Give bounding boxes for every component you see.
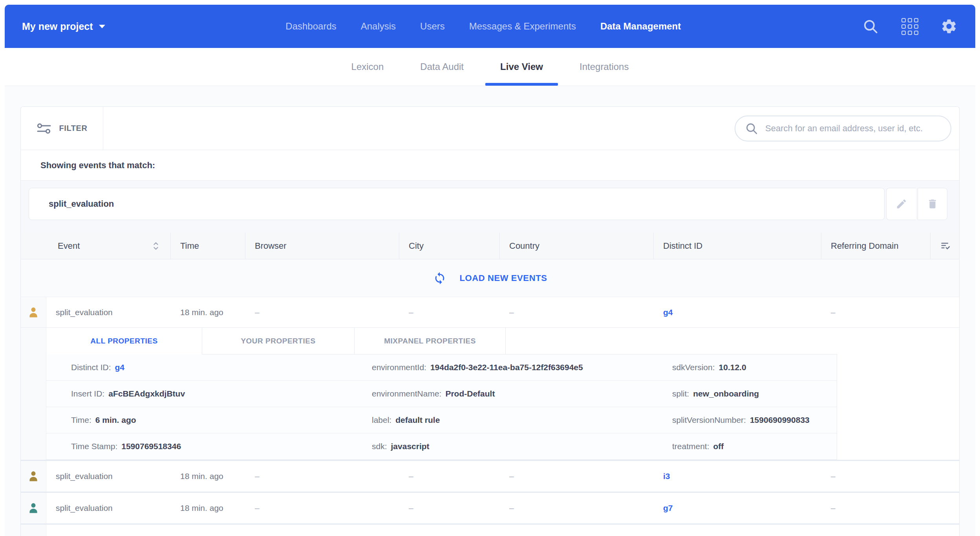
event-city-cell: –: [399, 493, 500, 523]
event-city-cell: –: [399, 297, 500, 327]
event-row[interactable]: split_evaluation 18 min. ago – – – i3 –: [21, 461, 959, 492]
event-avatar-cell: [21, 297, 46, 327]
event-browser-cell: –: [245, 493, 399, 523]
chevron-down-icon: [99, 25, 105, 28]
event-time-cell: 18 min. ago: [171, 493, 245, 523]
distinct-id-link[interactable]: i3: [663, 472, 670, 481]
event-name-cell: split_evaluation: [46, 461, 171, 492]
column-header-city[interactable]: City: [399, 233, 500, 259]
property-key: Time Stamp:: [71, 442, 117, 451]
event-distinct-id-cell: g7: [654, 493, 821, 523]
nav-item-users[interactable]: Users: [420, 21, 445, 32]
distinct-id-link[interactable]: g7: [663, 503, 673, 513]
property-key: Distinct ID:: [71, 363, 111, 372]
property-key: treatment:: [672, 442, 709, 451]
tab-data-audit[interactable]: Data Audit: [419, 48, 465, 86]
edit-filter-button[interactable]: [886, 188, 916, 220]
properties-table: Distinct ID:g4 environmentId:194da2f0-3e…: [46, 354, 837, 460]
property-key: environmentId:: [372, 363, 426, 372]
property-value: aFcBEAdgxkdjBtuv: [108, 389, 185, 398]
event-country-cell: –: [500, 493, 654, 523]
event-referring-domain-cell: –: [821, 493, 931, 523]
property-key: splitVersionNumber:: [672, 415, 746, 425]
property-key: Insert ID:: [71, 389, 104, 398]
nav-item-data-management[interactable]: Data Management: [600, 21, 681, 32]
top-nav: My new project Dashboards Analysis Users…: [5, 5, 975, 48]
property-value: off: [713, 442, 724, 451]
project-switcher[interactable]: My new project: [22, 21, 105, 32]
tab-mixpanel-properties[interactable]: MIXPANEL PROPERTIES: [355, 328, 506, 354]
gear-icon[interactable]: [940, 17, 958, 35]
column-header-country[interactable]: Country: [500, 233, 654, 259]
column-header-browser[interactable]: Browser: [245, 233, 399, 259]
person-icon: [26, 501, 40, 515]
event-row[interactable]: split_evaluation 18 min. ago – – – g7 –: [21, 493, 959, 523]
event-avatar-cell: [21, 493, 46, 523]
property-key: split:: [672, 389, 689, 398]
property-value: Prod-Default: [445, 389, 495, 398]
property-value: 1590690990833: [750, 415, 810, 425]
tab-lexicon[interactable]: Lexicon: [350, 48, 386, 86]
column-header-time[interactable]: Time: [171, 233, 245, 259]
property-row: Time Stamp:1590769518346 sdk:javascript …: [46, 433, 837, 460]
trash-icon: [927, 198, 938, 210]
event-filter-value: split_evaluation: [49, 199, 114, 209]
property-row: Time:6 min. ago label:default rule split…: [46, 407, 837, 433]
column-header-event[interactable]: Event: [21, 233, 171, 259]
nav-item-dashboards[interactable]: Dashboards: [285, 21, 336, 32]
apps-grid-icon[interactable]: [901, 17, 919, 35]
event-avatar-cell: [21, 461, 46, 492]
showing-events-heading: Showing events that match:: [21, 150, 959, 181]
search-icon: [745, 122, 758, 135]
nav-icons: [861, 17, 958, 35]
event-country-cell: –: [500, 461, 654, 492]
search-input[interactable]: [765, 123, 941, 134]
properties-tabs-filler: [506, 328, 837, 354]
event-browser-cell: –: [245, 461, 399, 492]
event-name-cell: split_evaluation: [46, 297, 171, 327]
app-frame: My new project Dashboards Analysis Users…: [5, 5, 975, 536]
project-name: My new project: [22, 21, 93, 32]
section-tabs: Lexicon Data Audit Live View Integration…: [5, 48, 975, 86]
event-filter-section: split_evaluation: [21, 181, 959, 233]
column-header-referring-domain[interactable]: Referring Domain: [821, 233, 931, 259]
event-time-cell: 18 min. ago: [171, 297, 245, 327]
person-icon: [26, 469, 40, 483]
event-referring-domain-cell: –: [821, 461, 931, 492]
event-filter-chip[interactable]: split_evaluation: [29, 188, 885, 220]
distinct-id-link[interactable]: g4: [663, 308, 673, 317]
live-view-card: FILTER Showing events that match: split_…: [20, 106, 960, 536]
edit-columns-button[interactable]: [931, 233, 960, 259]
properties-gutter: [21, 328, 46, 460]
search-icon[interactable]: [861, 17, 879, 35]
person-icon: [26, 305, 40, 319]
tab-your-properties[interactable]: YOUR PROPERTIES: [202, 328, 355, 354]
event-properties-panel: ALL PROPERTIES YOUR PROPERTIES MIXPANEL …: [21, 328, 959, 460]
tab-all-properties[interactable]: ALL PROPERTIES: [46, 328, 202, 354]
property-value-link[interactable]: g4: [115, 363, 125, 372]
event-distinct-id-cell: i3: [654, 461, 821, 492]
filter-button[interactable]: FILTER: [21, 107, 103, 150]
event-time-cell: 18 min. ago: [171, 461, 245, 492]
event-city-cell: –: [399, 461, 500, 492]
tab-integrations[interactable]: Integrations: [578, 48, 630, 86]
event-row[interactable]: split_evaluation 18 min. ago – – – g4 –: [21, 297, 959, 328]
nav-item-analysis[interactable]: Analysis: [361, 21, 396, 32]
property-key: sdk:: [372, 442, 387, 451]
property-value: javascript: [391, 442, 430, 451]
property-value: 194da2f0-3e22-11ea-ba75-12f2f63694e5: [430, 363, 583, 372]
nav-item-messages-experiments[interactable]: Messages & Experiments: [469, 21, 576, 32]
refresh-icon: [433, 272, 446, 285]
properties-tabs: ALL PROPERTIES YOUR PROPERTIES MIXPANEL …: [46, 328, 959, 354]
filter-sliders-icon: [36, 121, 52, 136]
delete-filter-button[interactable]: [918, 188, 947, 220]
property-value: default rule: [395, 415, 440, 425]
event-name-cell: split_evaluation: [46, 493, 171, 523]
search-box: [735, 116, 951, 141]
column-header-distinct-id[interactable]: Distinct ID: [654, 233, 821, 259]
property-row: Insert ID:aFcBEAdgxkdjBtuv environmentNa…: [46, 381, 837, 407]
property-value: 6 min. ago: [95, 415, 136, 425]
load-new-events-button[interactable]: LOAD NEW EVENTS: [21, 259, 959, 297]
load-new-events-label: LOAD NEW EVENTS: [460, 273, 547, 283]
tab-live-view[interactable]: Live View: [499, 48, 545, 86]
